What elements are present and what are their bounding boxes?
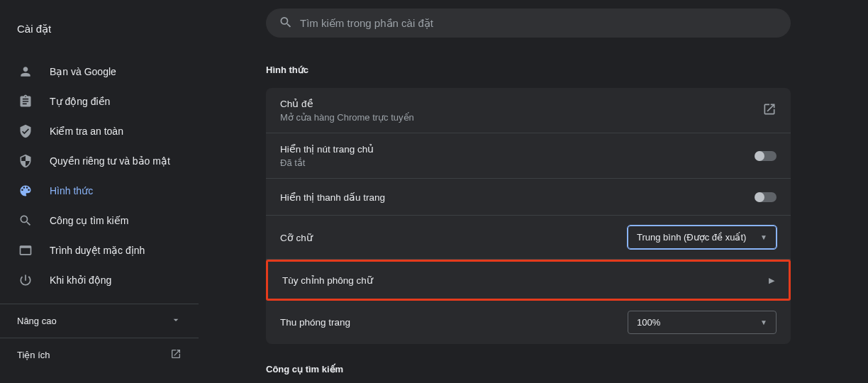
font-size-title: Cỡ chữ [280,232,313,243]
person-icon [18,65,33,79]
browser-icon [18,243,33,257]
sidebar-item-search-engine[interactable]: Công cụ tìm kiếm [0,206,187,235]
app-title: Cài đặt [0,13,199,57]
chevron-down-icon: ▼ [760,318,767,326]
nav-label: Kiểm tra an toàn [50,126,123,137]
theme-subtitle: Mở cửa hàng Chrome trực tuyến [280,112,414,123]
appearance-section-title: Hình thức [266,65,842,75]
nav-label: Bạn và Google [50,66,116,77]
customize-fonts-row[interactable]: Tùy chỉnh phông chữ ▶ [268,262,789,299]
clipboard-icon [18,94,33,109]
bookmarks-bar-title: Hiển thị thanh dấu trang [280,192,385,203]
sidebar-item-default-browser[interactable]: Trình duyệt mặc định [0,235,187,265]
shield-icon [18,154,33,168]
chevron-right-icon: ▶ [769,276,774,285]
nav-label: Quyền riêng tư và bảo mật [50,155,170,167]
chevron-down-icon [170,314,182,328]
sidebar-extensions-link[interactable]: Tiện ích [0,338,199,372]
settings-sidebar: Cài đặt Bạn và Google Tự động điền Kiểm … [0,0,199,383]
settings-search-input[interactable] [266,9,791,38]
sidebar-item-appearance[interactable]: Hình thức [0,176,187,206]
open-in-new-icon [762,102,777,118]
search-icon [279,15,293,31]
chevron-down-icon: ▼ [760,233,767,241]
home-button-toggle[interactable] [755,151,777,161]
font-size-select[interactable]: Trung bình (Được đề xuất) ▼ [628,226,777,249]
nav-label: Khi khởi động [50,274,111,286]
advanced-label: Nâng cao [17,316,57,326]
search-icon [18,213,33,228]
search-wrap [266,9,842,38]
bookmarks-bar-row: Hiển thị thanh dấu trang [266,179,791,216]
home-button-title: Hiển thị nút trang chủ [280,143,374,155]
appearance-card: Chủ đề Mở cửa hàng Chrome trực tuyến Hiể… [266,88,791,344]
nav-label: Hình thức [50,185,93,196]
customize-fonts-highlight: Tùy chỉnh phông chữ ▶ [266,260,791,301]
theme-title: Chủ đề [280,98,414,109]
sidebar-item-safety-check[interactable]: Kiểm tra an toàn [0,116,187,146]
sidebar-advanced-toggle[interactable]: Nâng cao [0,304,199,338]
sidebar-item-autofill[interactable]: Tự động điền [0,87,187,116]
page-zoom-row: Thu phóng trang 100% ▼ [266,301,791,344]
font-size-row: Cỡ chữ Trung bình (Được đề xuất) ▼ [266,216,791,260]
settings-main: Hình thức Chủ đề Mở cửa hàng Chrome trực… [199,0,868,383]
page-zoom-value: 100% [637,317,660,328]
sidebar-item-privacy-security[interactable]: Quyền riêng tư và bảo mật [0,146,187,176]
page-zoom-title: Thu phóng trang [280,317,350,328]
theme-row[interactable]: Chủ đề Mở cửa hàng Chrome trực tuyến [266,88,791,133]
page-zoom-select[interactable]: 100% ▼ [628,311,777,334]
home-button-row: Hiển thị nút trang chủ Đã tắt [266,133,791,179]
power-icon [18,273,33,287]
customize-fonts-title: Tùy chỉnh phông chữ [282,274,373,286]
nav-label: Tự động điền [50,96,110,107]
sidebar-item-you-and-google[interactable]: Bạn và Google [0,57,187,87]
sidebar-item-on-startup[interactable]: Khi khởi động [0,265,187,295]
bookmarks-bar-toggle[interactable] [755,192,777,202]
extensions-label: Tiện ích [17,350,50,360]
font-size-value: Trung bình (Được đề xuất) [637,232,746,243]
nav-list: Bạn và Google Tự động điền Kiểm tra an t… [0,57,199,295]
shield-check-icon [18,124,33,138]
nav-label: Công cụ tìm kiếm [50,215,128,226]
home-button-subtitle: Đã tắt [280,157,374,168]
open-in-new-icon [170,348,182,362]
nav-label: Trình duyệt mặc định [50,245,145,256]
search-engine-section-title: Công cụ tìm kiếm [266,364,842,374]
palette-icon [18,184,33,198]
